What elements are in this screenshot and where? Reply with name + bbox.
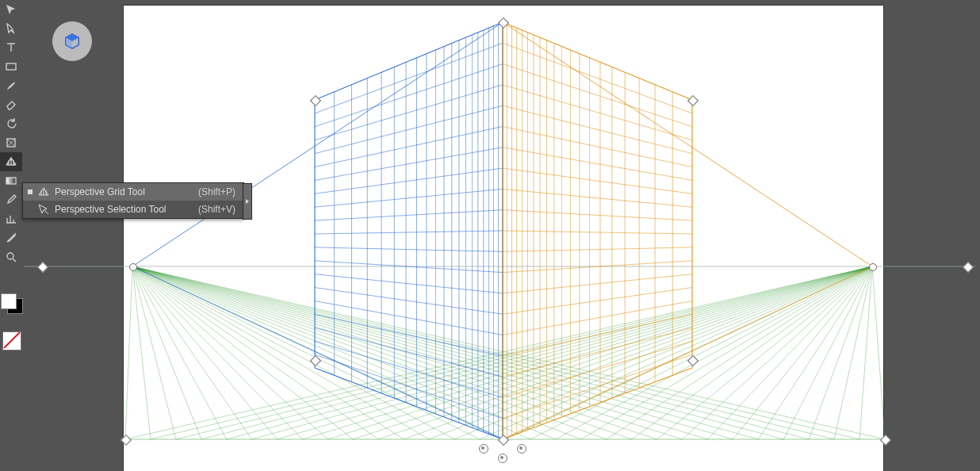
direct-selection-tool[interactable] <box>0 19 22 38</box>
plane-switcher-widget[interactable] <box>52 21 93 62</box>
eyedropper-tool[interactable] <box>0 190 22 209</box>
flyout-label: Perspective Selection Tool <box>55 204 193 215</box>
horizon-left-handle[interactable] <box>37 262 48 273</box>
station-point-ring[interactable] <box>498 454 507 463</box>
free-transform-tool[interactable] <box>0 133 22 152</box>
perspective-selection-icon <box>37 203 50 216</box>
zoom-tool[interactable] <box>0 247 22 266</box>
selection-tool[interactable] <box>0 0 22 19</box>
slice-tool[interactable] <box>0 228 22 247</box>
rotate-tool[interactable] <box>0 114 22 133</box>
flyout-label: Perspective Grid Tool <box>55 186 193 197</box>
selected-dot-icon <box>28 190 33 194</box>
rectangle-tool[interactable] <box>0 57 22 76</box>
fill-color-icon <box>1 293 17 309</box>
svg-point-3 <box>7 253 13 259</box>
gradient-tool[interactable] <box>0 171 22 190</box>
toolbar <box>0 0 22 471</box>
floor-left-ring[interactable] <box>479 444 488 454</box>
svg-rect-2 <box>6 178 16 184</box>
horizon-right-handle[interactable] <box>963 262 974 273</box>
flyout-item-perspective-selection[interactable]: Perspective Selection Tool (Shift+V) <box>23 201 243 218</box>
flyout-shortcut: (Shift+V) <box>198 204 239 215</box>
none-fill-icon[interactable] <box>2 331 21 350</box>
flyout-tearoff-arrow[interactable] <box>243 183 252 220</box>
color-swatch[interactable] <box>1 293 21 312</box>
vanishing-point-right[interactable] <box>869 263 877 271</box>
vanishing-point-left[interactable] <box>129 263 137 271</box>
perspective-grid-tool[interactable] <box>0 152 22 171</box>
floor-right-ring[interactable] <box>517 444 526 454</box>
svg-rect-0 <box>6 63 16 70</box>
paintbrush-tool[interactable] <box>0 76 22 95</box>
type-tool[interactable] <box>0 38 22 57</box>
flyout-item-perspective-grid[interactable]: Perspective Grid Tool (Shift+P) <box>23 183 243 201</box>
perspective-grid-icon <box>37 186 50 198</box>
cube-icon <box>63 33 81 50</box>
perspective-tool-flyout: Perspective Grid Tool (Shift+P) Perspect… <box>22 182 244 219</box>
artboard[interactable] <box>123 5 884 471</box>
flyout-shortcut: (Shift+P) <box>198 186 239 197</box>
column-graph-tool[interactable] <box>0 209 22 228</box>
eraser-tool[interactable] <box>0 95 22 114</box>
